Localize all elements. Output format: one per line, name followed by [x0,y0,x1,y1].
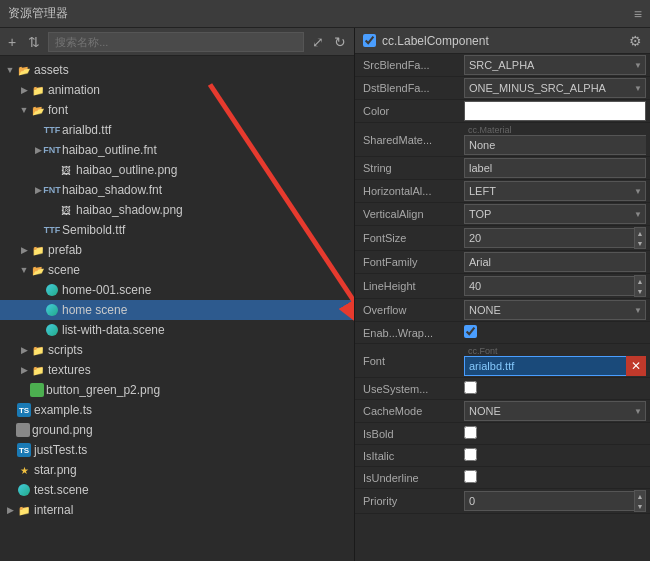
tree-item-label: home-001.scene [62,283,151,297]
tree-item-justTest.ts[interactable]: TSjustTest.ts [0,440,354,460]
spin-up-priority[interactable]: ▲ [635,491,645,501]
tree-item-star.png[interactable]: ★star.png [0,460,354,480]
prop-checkbox-usesystem[interactable] [464,381,477,394]
tree-item-ground.png[interactable]: ground.png [0,420,354,440]
tree-item-prefab[interactable]: 📁prefab [0,240,354,260]
prop-value-cachemode: NONE [460,401,650,421]
component-enable-checkbox[interactable] [363,34,376,47]
tree-item-scene[interactable]: 📂scene [0,260,354,280]
tree-item-Semibold.ttf[interactable]: TTFSemibold.ttf [0,220,354,240]
gear-button[interactable]: ⚙ [629,33,642,49]
prop-label-dstblendfa: DstBlendFa... [355,82,460,94]
ref-input-sharedmate[interactable] [464,135,646,155]
tree-item-scripts[interactable]: 📁scripts [0,340,354,360]
top-bar: 资源管理器 ≡ [0,0,650,28]
spin-down-priority[interactable]: ▼ [635,501,645,511]
prop-label-usesystem: UseSystem... [355,383,460,395]
prop-row-isunderline: IsUnderline [355,467,650,489]
prop-value-horizontalal: LEFT [460,181,650,201]
prop-label-isbold: IsBold [355,428,460,440]
prop-checkbox-isbold[interactable] [464,426,477,439]
left-panel: + ⇅ ⤢ ↻ 📂assets📁animation📂fontTTFarialbd… [0,28,355,561]
prop-value-isitalic [460,448,650,464]
prop-row-enablewrap: Enab...Wrap... [355,322,650,344]
prop-row-priority: Priority ▲ ▼ [355,489,650,514]
prop-checkbox-isunderline[interactable] [464,470,477,483]
prop-label-priority: Priority [355,495,460,507]
color-swatch[interactable] [464,101,646,121]
menu-icon[interactable]: ≡ [634,6,642,22]
tree-item-font[interactable]: 📂font [0,100,354,120]
prop-select-overflow[interactable]: NONE [464,300,646,320]
prop-select-srcblendfa[interactable]: SRC_ALPHA [464,55,646,75]
prop-select-verticalalign[interactable]: TOP [464,204,646,224]
tree-item-haibao_shadow.png[interactable]: 🖼haibao_shadow.png [0,200,354,220]
font-ref-input[interactable] [464,356,626,376]
add-button[interactable]: + [4,32,20,52]
prop-select-dstblendfa[interactable]: ONE_MINUS_SRC_ALPHA [464,78,646,98]
prop-row-isitalic: IsItalic [355,445,650,467]
tree-item-label: scripts [48,343,83,357]
tree-item-label: Semibold.ttf [62,223,125,237]
tree-item-button_green_p2.png[interactable]: button_green_p2.png [0,380,354,400]
tree-item-home.scene[interactable]: home scene [0,300,354,320]
font-clear-button[interactable]: ✕ [626,356,646,376]
tree-item-assets[interactable]: 📂assets [0,60,354,80]
prop-input-fontfamily[interactable] [464,252,646,272]
prop-checkbox-enablewrap[interactable] [464,325,477,338]
prop-label-enablewrap: Enab...Wrap... [355,327,460,339]
number-spin-priority: ▲ ▼ [634,490,646,512]
tree-item-internal[interactable]: 📁internal [0,500,354,520]
prop-value-fontfamily [460,252,650,272]
prop-row-overflow: Overflow NONE [355,299,650,322]
tree-item-label: assets [34,63,69,77]
prop-row-srcblendfa: SrcBlendFa... SRC_ALPHA [355,54,650,77]
spin-up-lineheight[interactable]: ▲ [635,276,645,286]
tree-item-animation[interactable]: 📁animation [0,80,354,100]
prop-row-color: Color [355,100,650,123]
tree-item-textures[interactable]: 📁textures [0,360,354,380]
prop-row-string: String [355,157,650,180]
prop-label-cachemode: CacheMode [355,405,460,417]
prop-select-horizontalal[interactable]: LEFT [464,181,646,201]
tree-item-haibao_outline.fnt[interactable]: FNThaibao_outline.fnt [0,140,354,160]
number-input-priority[interactable] [464,491,634,511]
tree-item-label: button_green_p2.png [46,383,160,397]
prop-row-isbold: IsBold [355,423,650,445]
number-input-lineheight[interactable] [464,276,634,296]
spin-up-fontsize[interactable]: ▲ [635,228,645,238]
main-layout: + ⇅ ⤢ ↻ 📂assets📁animation📂fontTTFarialbd… [0,28,650,561]
expand-button[interactable]: ⤢ [308,32,328,52]
tree-item-label: scene [48,263,80,277]
prop-value-usesystem [460,381,650,397]
tree-item-label: haibao_outline.fnt [62,143,157,157]
prop-checkbox-isitalic[interactable] [464,448,477,461]
tree-item-haibao_outline.png[interactable]: 🖼haibao_outline.png [0,160,354,180]
number-input-fontsize[interactable] [464,228,634,248]
tree-item-home-001.scene[interactable]: home-001.scene [0,280,354,300]
prop-row-fontsize: FontSize ▲ ▼ [355,226,650,251]
search-input[interactable] [48,32,304,52]
tree-item-haibao_shadow.fnt[interactable]: FNThaibao_shadow.fnt [0,180,354,200]
prop-row-fontfamily: FontFamily [355,251,650,274]
tree-item-list-with-data.scene[interactable]: list-with-data.scene [0,320,354,340]
spin-down-lineheight[interactable]: ▼ [635,286,645,296]
file-toolbar: + ⇅ ⤢ ↻ [0,28,354,56]
spin-down-fontsize[interactable]: ▼ [635,238,645,248]
tree-item-arialbd.ttf[interactable]: TTFarialbd.ttf [0,120,354,140]
tree-item-label: haibao_outline.png [76,163,177,177]
tree-item-label: haibao_shadow.fnt [62,183,162,197]
prop-value-priority: ▲ ▼ [460,490,650,512]
tree-item-label: ground.png [32,423,93,437]
prop-row-sharedmate: SharedMate... cc.Material [355,123,650,157]
prop-select-cachemode[interactable]: NONE [464,401,646,421]
tree-item-example.ts[interactable]: TSexample.ts [0,400,354,420]
prop-input-string[interactable] [464,158,646,178]
tree-item-label: test.scene [34,483,89,497]
tree-item-label: prefab [48,243,82,257]
tree-item-test.scene[interactable]: test.scene [0,480,354,500]
prop-row-font: Font cc.Font ✕ [355,344,650,378]
refresh-button[interactable]: ↻ [330,32,350,52]
sort-button[interactable]: ⇅ [24,32,44,52]
tree-item-label: example.ts [34,403,92,417]
